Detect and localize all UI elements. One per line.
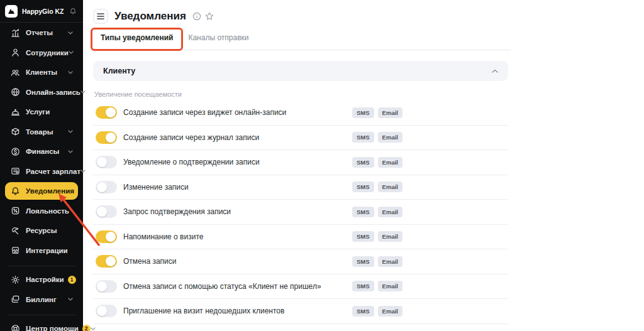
sidebar-badge: 1 <box>68 276 76 284</box>
notification-label: Напоминание о визите <box>123 232 203 241</box>
sidebar-item-settings[interactable]: Настройки1 <box>5 271 78 288</box>
tab-label: Типы уведомлений <box>101 33 173 42</box>
channel-badge-email[interactable]: Email <box>378 256 402 267</box>
sidebar-item-clients[interactable]: Клиенты <box>5 63 78 81</box>
notification-toggle[interactable] <box>96 280 117 293</box>
online-booking-icon <box>10 87 20 97</box>
channel-badges: SMSEmail <box>352 306 402 317</box>
sidebar-item-label: Отчеты <box>26 29 53 36</box>
channel-badge-sms[interactable]: SMS <box>352 256 374 267</box>
sidebar-item-products[interactable]: Товары <box>5 123 78 141</box>
sidebar-item-reports[interactable]: Отчеты <box>5 24 78 41</box>
active-tab-underline <box>94 49 179 51</box>
sidebar-item-label: Клиенты <box>26 68 57 76</box>
notification-row: Создание записи через виджет онлайн-запи… <box>93 100 508 126</box>
channel-badge-sms[interactable]: SMS <box>352 182 374 192</box>
section-header-client[interactable]: Клиенту <box>93 61 508 81</box>
channel-badges: SMSEmail <box>352 207 402 217</box>
channel-badge-email[interactable]: Email <box>378 231 402 242</box>
sidebar-item-label: Услуги <box>26 108 50 116</box>
chevron-down-icon <box>68 130 73 133</box>
notification-row: Отмена записиSMSEmail <box>93 249 508 274</box>
channel-badge-email[interactable]: Email <box>378 306 402 317</box>
channel-badge-sms[interactable]: SMS <box>352 231 374 242</box>
channel-badge-email[interactable]: Email <box>378 207 402 217</box>
sidebar-item-loyalty[interactable]: Лояльность <box>5 202 78 220</box>
notification-toggle[interactable] <box>96 106 117 119</box>
billing-icon <box>10 295 20 305</box>
notification-toggle[interactable] <box>96 205 117 218</box>
sidebar-nav: ОтчетыСотрудникиКлиентыОнлайн-записьУслу… <box>0 23 83 331</box>
channel-badge-sms[interactable]: SMS <box>352 107 374 118</box>
notification-label: Изменение записи <box>123 183 189 192</box>
section-title: Клиенту <box>103 67 135 75</box>
toggle-knob <box>106 133 116 143</box>
happygio-logo-icon[interactable] <box>5 5 18 18</box>
notification-toggle[interactable] <box>96 131 117 144</box>
chevron-down-icon <box>68 71 73 74</box>
sidebar-item-label: Центр помощи <box>26 325 79 331</box>
channel-badges: SMSEmail <box>352 231 402 242</box>
tab-sending-channels[interactable]: Каналы отправки <box>180 33 256 50</box>
sidebar: HappyGio KZ ОтчетыСотрудникиКлиентыОнлай… <box>0 0 83 331</box>
channel-badges: SMSEmail <box>352 281 402 291</box>
subsection-title: Увеличение посещаемости <box>94 90 508 98</box>
channel-badge-email[interactable]: Email <box>378 157 402 168</box>
sidebar-item-label: Биллинг <box>26 296 57 303</box>
sidebar-item-integrations[interactable]: Интеграции <box>5 242 78 259</box>
notifications-content: Клиенту Увеличение посещаемости Создание… <box>93 61 508 324</box>
channel-badges: SMSEmail <box>352 182 402 192</box>
clients-icon <box>10 67 20 77</box>
toggle-knob <box>97 207 107 217</box>
channel-badge-sms[interactable]: SMS <box>352 281 374 291</box>
notification-label: Приглашение на визит недошедших клиентов <box>123 307 284 315</box>
notification-toggle[interactable] <box>96 305 117 317</box>
services-icon <box>10 107 20 117</box>
notification-toggle[interactable] <box>96 181 117 193</box>
info-icon[interactable] <box>192 12 201 21</box>
channel-badge-email[interactable]: Email <box>378 281 402 291</box>
notification-toggle[interactable] <box>96 255 117 268</box>
channel-badge-sms[interactable]: SMS <box>352 157 374 168</box>
sidebar-item-online-booking[interactable]: Онлайн-запись <box>5 84 78 101</box>
channel-badge-email[interactable]: Email <box>378 182 402 192</box>
channel-badges: SMSEmail <box>352 107 402 118</box>
menu-toggle-button[interactable] <box>93 9 108 24</box>
channel-badge-sms[interactable]: SMS <box>352 207 374 217</box>
toggle-knob <box>97 182 107 192</box>
sidebar-bell-icon[interactable] <box>69 8 77 15</box>
settings-icon <box>10 274 20 285</box>
sidebar-item-notifications[interactable]: Уведомления <box>5 182 78 200</box>
chevron-up-icon[interactable] <box>492 69 498 73</box>
reports-icon <box>10 28 20 38</box>
sidebar-item-help[interactable]: Центр помощи2 <box>5 320 78 331</box>
channel-badge-sms[interactable]: SMS <box>352 306 374 317</box>
notification-row: Приглашение на визит недошедших клиентов… <box>93 299 508 324</box>
sidebar-item-label: Онлайн-запись <box>26 89 80 96</box>
channel-badge-sms[interactable]: SMS <box>352 132 374 143</box>
notification-row: Изменение записиSMSEmail <box>93 175 508 200</box>
page-title: Уведомления <box>114 10 186 23</box>
favorite-star-icon[interactable] <box>205 12 214 21</box>
notification-toggle[interactable] <box>96 156 117 168</box>
notification-label: Создание записи через виджет онлайн-запи… <box>123 108 286 117</box>
sidebar-divider <box>8 266 75 266</box>
toggle-knob <box>106 107 116 117</box>
toggle-knob <box>97 281 107 291</box>
sidebar-item-services[interactable]: Услуги <box>5 103 78 121</box>
notification-toggle[interactable] <box>96 231 117 243</box>
tab-notification-types[interactable]: Типы уведомлений <box>93 33 180 50</box>
sidebar-item-billing[interactable]: Биллинг <box>5 291 78 308</box>
notifications-icon <box>10 186 20 196</box>
sidebar-item-payroll[interactable]: Расчет зарплат <box>5 163 78 180</box>
sidebar-item-finance[interactable]: Финансы <box>5 143 78 160</box>
channel-badge-email[interactable]: Email <box>378 107 402 118</box>
sidebar-item-employees[interactable]: Сотрудники <box>5 44 78 62</box>
sidebar-item-label: Уведомления <box>26 187 74 195</box>
channel-badges: SMSEmail <box>352 157 402 168</box>
notification-label: Запрос подтверждения записи <box>123 207 231 216</box>
sidebar-item-label: Сотрудники <box>26 49 69 57</box>
loyalty-icon <box>10 206 20 216</box>
sidebar-item-resources[interactable]: Ресурсы <box>5 222 78 239</box>
channel-badge-email[interactable]: Email <box>378 132 402 143</box>
